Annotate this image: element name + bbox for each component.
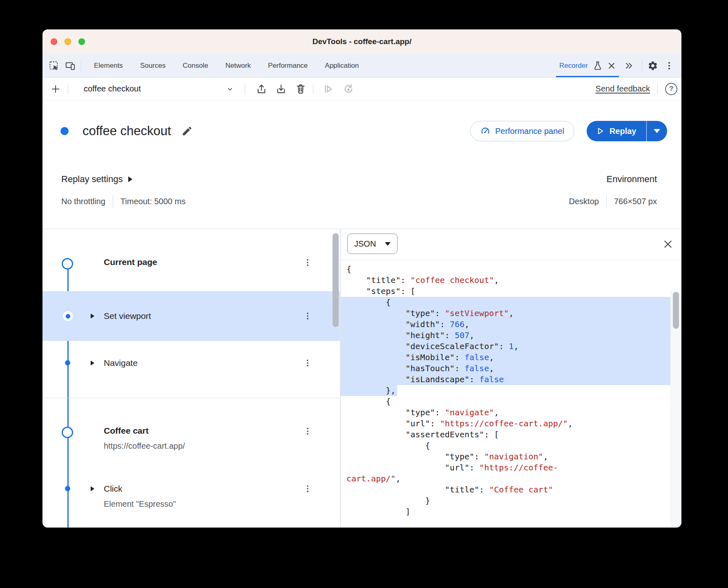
experiment-flask-icon: [593, 61, 603, 71]
kebab-menu-icon: [303, 427, 312, 436]
step-row-navigate[interactable]: Navigate: [42, 346, 340, 380]
close-recorder-tab-icon[interactable]: [607, 62, 616, 70]
chevron-down-icon: [226, 85, 234, 93]
replay-from-step-button-disabled[interactable]: [341, 82, 356, 96]
json-code-lines: { "title": "coffee checkout", "steps": […: [341, 260, 671, 528]
tab-network[interactable]: Network: [217, 54, 259, 77]
throttling-value: No throttling: [61, 197, 105, 206]
step-menu-button[interactable]: [301, 256, 314, 269]
json-scrollbar-track[interactable]: [670, 290, 681, 528]
settings-button[interactable]: [646, 59, 659, 72]
settings-row: Replay settings No throttling Timeout: 5…: [42, 162, 681, 229]
disclosure-triangle-icon[interactable]: [91, 314, 94, 318]
play-icon: [596, 127, 605, 136]
plus-icon: [50, 84, 61, 94]
more-tabs-button[interactable]: [622, 59, 635, 72]
step-row-current-page[interactable]: Current page: [42, 245, 340, 280]
replay-options-button[interactable]: [647, 121, 667, 141]
step-menu-button[interactable]: [301, 483, 314, 495]
export-recording-button[interactable]: [254, 82, 269, 96]
devtools-tabbar: Elements Sources Console Network Perform…: [42, 54, 681, 78]
replay-settings-toggle[interactable]: Replay settings: [61, 174, 185, 185]
values-separator: [113, 195, 113, 207]
section-title: Coffee cart: [104, 426, 149, 436]
recording-dot-icon: [60, 127, 69, 135]
code-line: "type": "navigation",: [341, 451, 671, 462]
recording-select[interactable]: coffee checkout: [73, 81, 240, 97]
code-line: "width": 766,: [341, 319, 671, 330]
performance-panel-label: Performance panel: [495, 127, 564, 136]
tab-recorder[interactable]: Recorder: [555, 54, 620, 77]
step-menu-button[interactable]: [301, 310, 314, 322]
json-toolbar: JSON: [341, 229, 681, 260]
kebab-menu-icon: [303, 258, 312, 267]
titlebar: DevTools - coffee-cart.app/: [42, 29, 681, 54]
help-button[interactable]: ?: [665, 83, 677, 95]
add-recording-button[interactable]: [48, 82, 63, 96]
steps-panel: Current page Set viewport: [42, 229, 340, 528]
section-marker-icon: [62, 427, 73, 438]
close-json-panel-button[interactable]: [662, 238, 674, 250]
import-recording-button[interactable]: [274, 82, 288, 96]
code-line: {: [341, 264, 671, 275]
format-select[interactable]: JSON: [347, 234, 397, 254]
delete-recording-button[interactable]: [293, 82, 308, 96]
code-line: "steps": [: [341, 286, 671, 297]
code-line: "isLandscape": false: [341, 374, 671, 385]
double-chevron-right-icon: [624, 61, 634, 71]
replay-button[interactable]: Replay: [587, 121, 646, 141]
tab-performance[interactable]: Performance: [259, 54, 316, 77]
replay-split-button: Replay: [587, 121, 667, 141]
code-line: {: [341, 440, 671, 451]
tabbar-separator-2: [642, 60, 642, 71]
code-line: "title": "Coffee cart": [341, 484, 671, 495]
panels: Current page Set viewport: [42, 229, 681, 528]
replay-settings-label: Replay settings: [61, 174, 123, 185]
tab-console[interactable]: Console: [174, 54, 217, 77]
disclosure-triangle-icon[interactable]: [91, 486, 94, 491]
steps-scrollbar[interactable]: [333, 233, 339, 327]
inspect-icon: [49, 60, 59, 71]
code-line: "isMobile": false,: [341, 352, 671, 363]
json-scrollbar-thumb[interactable]: [673, 292, 679, 329]
devtools-menu-button[interactable]: [663, 59, 676, 72]
toolbar-separator-2: [245, 83, 245, 95]
step-row-click[interactable]: Click Element "Espresso": [42, 474, 340, 523]
section-marker-icon: [62, 258, 73, 270]
json-panel: JSON { "title": "coffee checkout", "step…: [341, 229, 681, 528]
tab-sources[interactable]: Sources: [132, 54, 174, 77]
step-menu-button[interactable]: [301, 425, 314, 437]
section-divider: [42, 398, 340, 398]
send-feedback-link[interactable]: Send feedback: [596, 84, 650, 94]
step-marker-icon: [65, 360, 70, 365]
kebab-menu-icon: [303, 359, 312, 368]
toolbar-separator-3: [313, 83, 313, 95]
device-value: Desktop: [569, 197, 599, 206]
step-label: Navigate: [104, 358, 138, 368]
replay-step-button-disabled[interactable]: [321, 82, 335, 96]
step-row-coffee-cart[interactable]: Coffee cart https://coffee-cart.app/: [42, 409, 340, 458]
edit-title-button[interactable]: [180, 124, 194, 138]
viewport-size-value: 766×507 px: [614, 197, 657, 206]
env-values-separator: [606, 195, 607, 207]
device-toolbar-button[interactable]: [64, 59, 77, 72]
tab-application[interactable]: Application: [316, 54, 367, 77]
code-line: "type": "navigate",: [341, 407, 671, 418]
recording-header: coffee checkout Performance panel: [42, 100, 681, 162]
inspect-element-button[interactable]: [47, 59, 60, 72]
code-line: {: [341, 396, 671, 407]
code-line: "type": "setViewport",: [341, 308, 671, 319]
step-row-set-viewport[interactable]: Set viewport: [42, 291, 340, 341]
disclosure-triangle-icon[interactable]: [91, 361, 94, 365]
speedometer-icon: [480, 126, 490, 136]
tab-elements[interactable]: Elements: [85, 54, 132, 77]
code-line: "url": "https://coffee-cart.app/",: [341, 418, 671, 429]
toolbar-separator-4: [657, 83, 658, 95]
performance-panel-button[interactable]: Performance panel: [470, 121, 574, 141]
export-icon: [256, 83, 267, 95]
format-select-value: JSON: [354, 239, 376, 249]
step-label: Set viewport: [104, 311, 151, 321]
recording-title: coffee checkout: [83, 124, 171, 138]
step-menu-button[interactable]: [301, 357, 314, 369]
code-line: ]: [341, 506, 671, 517]
